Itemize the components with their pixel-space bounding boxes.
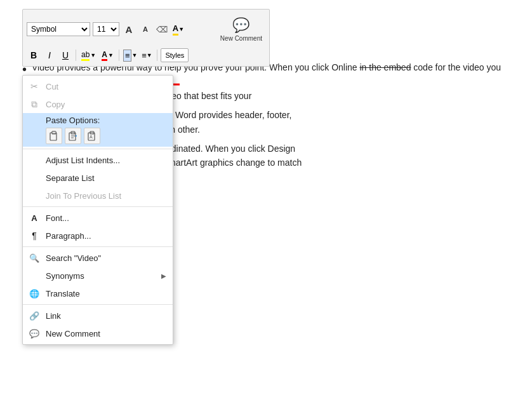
menu-item-synonyms[interactable]: Synonyms ▶ [23, 267, 173, 285]
new-comment-toolbar-button[interactable]: 💬 New Comment [217, 12, 265, 46]
paste-icon-3[interactable]: A [84, 128, 100, 144]
svg-rect-4 [52, 131, 56, 133]
numbered-list-button[interactable]: ≡ ▼ [140, 48, 154, 62]
menu-item-copy[interactable]: ⧉ Copy [23, 95, 173, 113]
cut-icon: ✂ [28, 80, 41, 93]
new-comment-toolbar-label: New Comment [220, 35, 262, 42]
menu-item-search[interactable]: 🔍 Search "Video" [23, 249, 173, 267]
menu-item-join-to-previous-label: Join To Previous List [46, 191, 121, 201]
paste-options-label: Paste Options: [46, 116, 166, 125]
font-color-button[interactable]: A ▼ [171, 22, 185, 36]
highlight-dropdown-icon[interactable]: ▼ [90, 52, 96, 58]
menu-item-new-comment[interactable]: 💬 New Comment [23, 325, 173, 342]
menu-item-paste-options[interactable]: Paste Options: [23, 113, 173, 147]
toolbar-row1: Symbol 11 A A ⌫ A ▼ 💬 New Comment [27, 12, 265, 46]
menu-separator-2 [23, 206, 173, 207]
bold-button[interactable]: B [27, 48, 41, 62]
menu-item-join-to-previous[interactable]: Join To Previous List [23, 187, 173, 204]
styles-button[interactable]: Styles [161, 48, 189, 62]
translate-icon: 🌐 [28, 287, 41, 300]
strikethrough-text: in the embed [359, 62, 411, 72]
font-color2-dropdown-icon[interactable]: ▼ [108, 52, 114, 58]
toolbar-row2: B I U ab ▼ A ▼ ≡ ▼ ≡ ▼ Styles [27, 48, 265, 62]
menu-item-copy-label: Copy [46, 100, 65, 109]
adjust-list-icon [28, 154, 41, 166]
menu-item-cut[interactable]: ✂ Cut [23, 77, 173, 95]
menu-item-font[interactable]: A Font... [23, 209, 173, 227]
menu-item-separate-list-label: Separate List [46, 173, 95, 183]
menu-item-link-label: Link [46, 311, 61, 321]
menu-item-search-label: Search "Video" [46, 253, 101, 263]
shrink-font-button[interactable]: A [138, 22, 152, 36]
toolbar-divider3 [157, 50, 157, 61]
menu-item-synonyms-label: Synonyms [46, 271, 84, 281]
menu-item-paragraph[interactable]: ¶ Paragraph... [23, 227, 173, 244]
toolbar-divider1 [76, 50, 76, 61]
toolbar: Symbol 11 A A ⌫ A ▼ 💬 New Comment B I [22, 9, 270, 67]
italic-button[interactable]: I [43, 48, 57, 62]
paste-keep-format-icon [68, 131, 78, 141]
menu-separator-1 [23, 149, 173, 149]
menu-separator-3 [23, 246, 173, 247]
paste-options-container: Paste Options: [46, 116, 166, 144]
copy-icon: ⧉ [28, 98, 41, 110]
bullet-list-button[interactable]: ≡ ▼ [123, 48, 138, 62]
paste-options-icon [28, 124, 41, 137]
font-size-select[interactable]: 11 [93, 22, 119, 36]
bullet-list-dropdown-icon[interactable]: ▼ [131, 52, 137, 58]
menu-item-new-comment-label: New Comment [46, 329, 100, 338]
paste-icon-2[interactable] [65, 128, 81, 144]
search-icon: 🔍 [28, 251, 41, 264]
menu-separator-4 [23, 304, 173, 305]
paste-text-only-icon: A [87, 131, 97, 141]
font-icon: A [28, 211, 41, 224]
menu-item-translate[interactable]: 🌐 Translate [23, 285, 173, 302]
context-menu: ✂ Cut ⧉ Copy Paste Options: [22, 75, 173, 345]
underline-button[interactable]: U [58, 48, 72, 62]
numbered-list-dropdown-icon[interactable]: ▼ [147, 52, 152, 58]
clear-format-button[interactable]: ⌫ [155, 22, 169, 36]
menu-item-translate-label: Translate [46, 289, 80, 298]
separate-list-icon [28, 171, 41, 184]
paragraph-icon: ¶ [28, 229, 41, 242]
new-comment-icon: 💬 [28, 327, 41, 340]
menu-item-adjust-list-indents[interactable]: Adjust List Indents... [23, 151, 173, 169]
highlight-color-button[interactable]: ab ▼ [79, 48, 98, 62]
menu-item-font-label: Font... [46, 213, 69, 223]
paste-icons-row: A [46, 128, 166, 144]
menu-item-paragraph-label: Paragraph... [46, 231, 91, 241]
join-list-icon [28, 189, 41, 202]
synonyms-arrow-icon: ▶ [161, 272, 166, 279]
toolbar-divider2 [119, 50, 119, 61]
svg-text:A: A [90, 135, 93, 139]
link-icon: 🔗 [28, 309, 41, 322]
synonyms-icon [28, 269, 41, 282]
font-name-select[interactable]: Symbol [27, 22, 90, 36]
menu-item-separate-list[interactable]: Separate List [23, 169, 173, 187]
paste-icon-1[interactable] [46, 128, 62, 144]
menu-item-adjust-list-label: Adjust List Indents... [46, 156, 120, 165]
font-color-dropdown-icon[interactable]: ▼ [178, 26, 184, 32]
grow-font-button[interactable]: A [122, 22, 136, 36]
menu-item-cut-label: Cut [46, 82, 58, 91]
new-comment-toolbar-icon: 💬 [232, 17, 249, 34]
menu-item-link[interactable]: 🔗 Link [23, 307, 173, 325]
paste-clipboard-icon [49, 131, 59, 141]
font-color-button2[interactable]: A ▼ [100, 48, 116, 62]
